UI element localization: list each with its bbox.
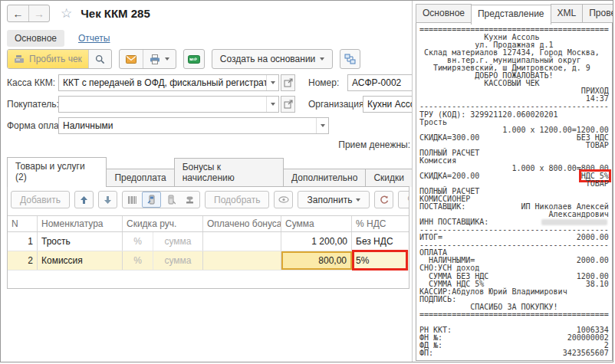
move-down-icon <box>104 195 112 205</box>
refresh-icon <box>380 195 389 205</box>
send-print-group <box>119 49 176 69</box>
items-tab[interactable]: Дополнительно <box>283 169 366 187</box>
org-label: Организация: <box>308 99 367 110</box>
payment-field[interactable]: Наличными <box>58 117 329 134</box>
barcode-tools-group <box>122 191 200 208</box>
history-nav: ← → <box>7 5 50 22</box>
barcode-icon <box>127 195 137 205</box>
refresh-button[interactable] <box>374 191 393 208</box>
app-window: ← → ☆ Чек ККМ 285 Основное Отчеты Пробит… <box>0 0 613 362</box>
cash-register-icon <box>14 54 25 64</box>
col-bonus[interactable]: Оплачено бонусами <box>203 216 281 231</box>
items-toolbar: Добавить <box>11 191 409 208</box>
back-button[interactable]: ← <box>8 5 28 21</box>
mir-button[interactable] <box>183 49 205 69</box>
number-value: АСФР-0002 <box>348 77 413 88</box>
col-nomenclature[interactable]: Номенклатура <box>38 216 123 231</box>
kassa-field[interactable]: ККТ с передачей в ОФД, фискальный регист… <box>58 74 279 91</box>
auto-percent-button[interactable]: % Авт. <box>398 191 409 208</box>
col-vat[interactable]: % НДС <box>352 216 409 231</box>
receipt-tab[interactable]: Проверка КМ <box>582 4 613 23</box>
move-up-icon <box>80 195 88 205</box>
move-up-button[interactable] <box>74 191 94 208</box>
discount-sum-placeholder[interactable]: сумма <box>153 236 202 247</box>
receipt-tab[interactable]: Основное <box>416 4 472 23</box>
section-tab-reports[interactable]: Отчеты <box>78 33 110 44</box>
discount-sum-placeholder[interactable]: сумма <box>153 255 202 266</box>
buyer-dropdown-caret-icon[interactable] <box>266 97 278 112</box>
header: ← → ☆ Чек ККМ 285 <box>7 5 150 22</box>
receipt-tab[interactable]: Представление <box>471 5 551 25</box>
bonus-cell[interactable] <box>203 232 281 251</box>
send-email-button[interactable] <box>120 50 143 68</box>
payment-dropdown-caret-icon[interactable] <box>316 118 328 133</box>
col-discount[interactable]: Скидка руч. <box>123 216 203 231</box>
discount-percent-placeholder[interactable]: % <box>123 251 153 270</box>
receipt-line: ----------------------------------------… <box>419 103 612 110</box>
post-check-label: Пробить чек <box>29 54 82 64</box>
org-field[interactable]: Кухни Ассо <box>363 96 413 113</box>
move-down-button[interactable] <box>98 191 117 208</box>
fill-caret-icon <box>356 198 360 202</box>
add-button[interactable]: Добавить <box>11 191 70 208</box>
search-icon <box>95 54 105 64</box>
auto-percent-label: % Авт. <box>407 195 409 205</box>
scanner-button[interactable] <box>142 192 161 208</box>
post-check-group: Пробить чек <box>7 49 112 69</box>
mir-badge-icon <box>188 55 200 64</box>
barcode-button[interactable] <box>123 192 142 208</box>
pick-button[interactable]: Подобрать <box>205 191 269 208</box>
col-n[interactable]: N <box>8 216 38 231</box>
view-button[interactable] <box>274 191 293 208</box>
vat-cell[interactable]: Без НДС <box>352 232 409 251</box>
terminal-button[interactable] <box>161 192 180 208</box>
sum-cell[interactable]: 800,00 <box>281 251 352 270</box>
receipt-line: ФП: 3423565607 <box>419 349 612 357</box>
table-row[interactable]: 2Комиссия%сумма800,005% <box>8 251 409 271</box>
section-tab-main[interactable]: Основное <box>7 30 64 47</box>
terminal-icon <box>166 195 176 205</box>
section-nav: Основное Отчеты <box>7 30 110 47</box>
stamp-icon <box>185 195 195 205</box>
find-check-button[interactable] <box>88 50 111 68</box>
discount-cell[interactable]: %сумма <box>123 232 203 251</box>
buyer-open-button[interactable] <box>281 96 295 113</box>
create-based-on-button[interactable]: Создать на основании <box>212 49 334 69</box>
nomenclature-cell[interactable]: Трость <box>38 232 123 251</box>
discount-percent-placeholder[interactable]: % <box>123 232 153 251</box>
items-tab[interactable]: Предоплата <box>106 169 174 187</box>
sum-cell[interactable]: 1 200,00 <box>281 232 352 251</box>
post-check-button[interactable]: Пробить чек <box>8 50 88 68</box>
fill-button[interactable]: Заполнить <box>298 191 370 208</box>
bonus-cell[interactable] <box>203 251 281 270</box>
favorite-star-icon[interactable]: ☆ <box>61 5 72 21</box>
items-tab[interactable]: Товары и услуги (2) <box>7 157 107 187</box>
forward-button[interactable]: → <box>28 5 49 21</box>
kassa-dropdown-caret-icon[interactable] <box>266 75 278 90</box>
discount-cell[interactable]: %сумма <box>123 251 203 270</box>
main-toolbar: Пробить чек Создать на основании <box>7 49 360 69</box>
nomenclature-cell[interactable]: Комиссия <box>38 251 123 270</box>
print-dropdown-caret-icon <box>165 57 169 61</box>
number-field[interactable]: АСФР-0002 <box>347 74 413 91</box>
row-number-cell: 1 <box>8 232 38 251</box>
related-documents-button[interactable] <box>340 49 360 69</box>
receipt-tab[interactable]: XML <box>551 4 584 23</box>
receipt-line: ----------------------------------------… <box>419 241 612 249</box>
vat-cell-annotation <box>352 250 408 271</box>
receipt-line: СНО:УСН доход <box>419 264 612 272</box>
receipt-text: ========================================… <box>416 22 613 361</box>
eye-icon <box>278 196 289 203</box>
buyer-field[interactable] <box>58 96 279 113</box>
print-button[interactable] <box>143 50 176 68</box>
items-tab[interactable]: Скидки <box>365 169 413 187</box>
items-tab[interactable]: Бонусы к начислению <box>174 158 284 187</box>
stamp-button[interactable] <box>180 192 199 208</box>
receipt-line: ========================================… <box>419 311 612 319</box>
pick-label: Подобрать <box>214 195 260 205</box>
inn-redacted <box>541 219 607 225</box>
col-sum[interactable]: Сумма <box>281 216 352 231</box>
create-based-on-label: Создать на основании <box>220 54 316 64</box>
kassa-open-button[interactable] <box>281 74 295 91</box>
table-row[interactable]: 1Трость%сумма1 200,00Без НДС <box>8 232 409 251</box>
